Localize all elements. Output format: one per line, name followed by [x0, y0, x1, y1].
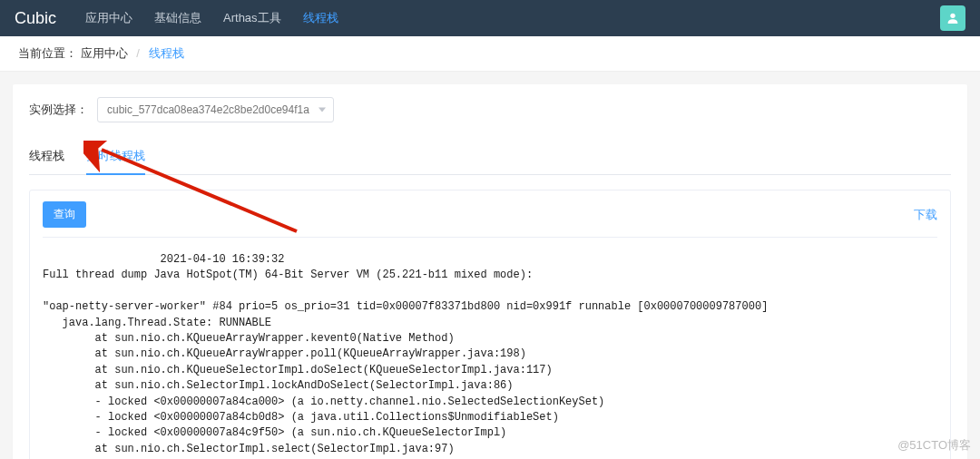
query-button[interactable]: 查询 [43, 201, 86, 228]
breadcrumb-sep: / [136, 46, 140, 60]
watermark: @51CTO博客 [897, 437, 971, 454]
nav-arthas-tools[interactable]: Arthas工具 [223, 10, 281, 26]
tabs: 线程栈 实时线程栈 [29, 148, 951, 175]
breadcrumb: 当前位置： 应用中心 / 线程栈 [0, 36, 980, 72]
instance-select-value: cubic_577dca08ea374e2c8be2d0ce94f1a [107, 103, 309, 116]
top-navigation: Cubic 应用中心 基础信息 Arthas工具 线程栈 [0, 0, 980, 36]
instance-selector-row: 实例选择： cubic_577dca08ea374e2c8be2d0ce94f1… [29, 97, 951, 128]
instance-selector-label: 实例选择： [29, 102, 88, 118]
tab-realtime-thread-stack[interactable]: 实时线程栈 [86, 148, 145, 175]
nav-left: Cubic 应用中心 基础信息 Arthas工具 线程栈 [15, 9, 338, 28]
action-row: 查询 下载 [43, 201, 937, 238]
breadcrumb-label: 当前位置： [18, 46, 77, 60]
chevron-down-icon [318, 108, 326, 112]
brand-logo: Cubic [15, 9, 56, 28]
download-link[interactable]: 下载 [914, 207, 937, 223]
thread-dump-output: 2021-04-10 16:39:32 Full thread dump Jav… [43, 238, 937, 459]
avatar[interactable] [940, 5, 965, 31]
main-card: 实例选择： cubic_577dca08ea374e2c8be2d0ce94f1… [13, 84, 967, 459]
content-card: 查询 下载 2021-04-10 16:39:32 Full thread du… [29, 190, 951, 459]
breadcrumb-current: 线程栈 [149, 46, 184, 60]
svg-point-0 [950, 14, 955, 18]
tab-thread-stack[interactable]: 线程栈 [29, 148, 64, 174]
nav-basic-info[interactable]: 基础信息 [154, 10, 201, 26]
nav-app-center[interactable]: 应用中心 [85, 10, 132, 26]
instance-select[interactable]: cubic_577dca08ea374e2c8be2d0ce94f1a [97, 97, 334, 122]
page-body: 实例选择： cubic_577dca08ea374e2c8be2d0ce94f1… [0, 72, 980, 459]
breadcrumb-app[interactable]: 应用中心 [81, 46, 128, 60]
nav-thread-stack[interactable]: 线程栈 [303, 10, 338, 26]
